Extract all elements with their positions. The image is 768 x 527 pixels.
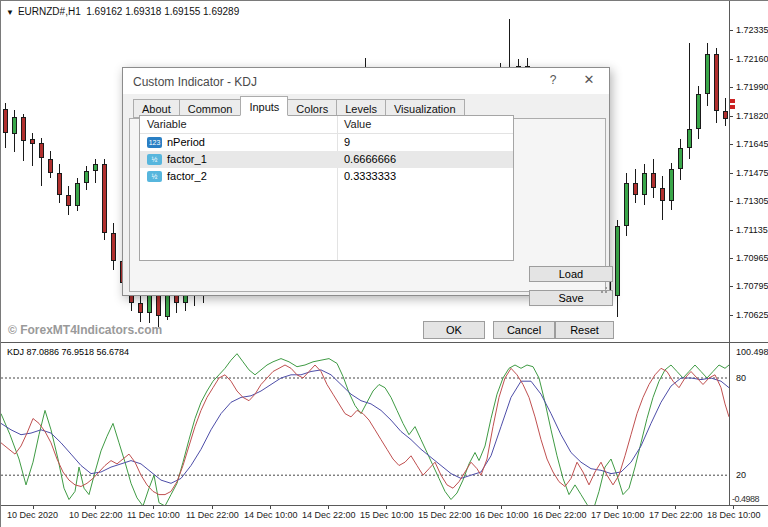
integer-type-icon: 123 [147, 137, 162, 148]
kdj-k-line [1, 354, 729, 505]
price-tick-mark [730, 173, 733, 174]
variable-value[interactable]: 9 [344, 134, 350, 151]
variable-value[interactable]: 0.6666666 [344, 151, 396, 168]
time-tick-label: 16 Dec 10:00 [475, 510, 529, 520]
time-tick-mark [559, 506, 560, 509]
candle-body [615, 226, 620, 296]
tab-inputs[interactable]: Inputs [240, 96, 288, 116]
price-tick-mark [730, 144, 733, 145]
price-marker [730, 105, 735, 109]
candle-body [678, 148, 683, 170]
candle-body [30, 139, 35, 143]
price-tick-label: 1.71135 [736, 225, 768, 235]
time-tick-label: 14 Dec 10:00 [244, 510, 298, 520]
kdj-indicator-panel[interactable] [1, 343, 729, 505]
kdj-indicator-chart [1, 343, 729, 505]
ohlc-values: 1.69162 1.69318 1.69155 1.69289 [86, 6, 239, 17]
price-tick-label: 1.71820 [736, 111, 768, 121]
cancel-button[interactable]: Cancel [493, 321, 555, 339]
price-tick-mark [730, 258, 733, 259]
candle-body [48, 159, 53, 172]
time-axis[interactable]: 10 Dec 202010 Dec 22:0011 Dec 10:0011 De… [1, 506, 768, 527]
candle-body [75, 183, 80, 206]
candle-body [705, 54, 710, 94]
price-marker [730, 99, 735, 103]
time-tick-label: 10 Dec 2020 [7, 510, 58, 520]
triangle-down-icon[interactable]: ▼ [6, 8, 14, 17]
candle-body [723, 111, 728, 119]
time-tick-mark [733, 506, 734, 509]
candle-body [138, 303, 143, 313]
custom-indicator-dialog: Custom Indicator - KDJ ? ✕ AboutCommonIn… [122, 67, 610, 296]
time-tick-label: 15 Dec 22:00 [418, 510, 472, 520]
candle-body [111, 233, 116, 261]
time-tick-mark [501, 506, 502, 509]
price-tick-mark [730, 201, 733, 202]
double-type-icon: ½ [147, 154, 162, 165]
candle-body [21, 117, 26, 141]
indicator-axis-label: 80 [736, 373, 746, 383]
ok-button[interactable]: OK [423, 321, 485, 339]
table-row-factor_1[interactable]: ½factor_10.6666666 [140, 151, 513, 168]
time-tick-mark [212, 506, 213, 509]
time-tick-label: 15 Dec 10:00 [360, 510, 414, 520]
price-tick-label: 1.72335 [736, 25, 768, 35]
indicator-axis-min: -0.4988 [732, 494, 759, 504]
price-tick-label: 1.70625 [736, 310, 768, 320]
candle-body [669, 169, 674, 201]
reset-button[interactable]: Reset [555, 321, 614, 339]
column-header-variable: Variable [147, 116, 187, 133]
kdj-d-line [1, 370, 729, 483]
price-tick-label: 1.71475 [736, 168, 768, 178]
price-tick-label: 1.70795 [736, 281, 768, 291]
price-tick-label: 1.71645 [736, 139, 768, 149]
candle-body [3, 109, 8, 132]
column-header-value: Value [344, 116, 371, 133]
dialog-titlebar[interactable]: Custom Indicator - KDJ ? ✕ [123, 68, 609, 94]
time-tick-label: 11 Dec 10:00 [127, 510, 180, 520]
resize-grip-icon[interactable] [599, 285, 607, 293]
double-type-icon: ½ [147, 171, 162, 182]
candle-body [633, 183, 638, 195]
price-tick-mark [730, 230, 733, 231]
price-tick-mark [730, 30, 733, 31]
time-tick-mark [386, 506, 387, 509]
table-row-nPeriod[interactable]: 123nPeriod9 [140, 134, 513, 151]
candle-body [624, 183, 629, 226]
time-tick-mark [95, 506, 96, 509]
help-icon[interactable]: ? [537, 68, 569, 92]
mt4-chart-window: ▼EURNZD#,H1 1.69162 1.69318 1.69155 1.69… [0, 0, 768, 527]
candle-body [39, 143, 44, 158]
load-button[interactable]: Load [529, 266, 613, 282]
parameters-table[interactable]: Variable Value 123nPeriod9½factor_10.666… [139, 115, 514, 261]
table-row-factor_2[interactable]: ½factor_20.3333333 [140, 168, 513, 185]
table-header-row: Variable Value [140, 116, 513, 134]
time-tick-label: 14 Dec 22:00 [302, 510, 356, 520]
time-tick-mark [444, 506, 445, 509]
candle-body [93, 164, 98, 171]
variable-name: nPeriod [167, 136, 205, 148]
candle-body [102, 164, 107, 232]
indicator-axis-label: 20 [736, 470, 746, 480]
price-tick-label: 1.72160 [736, 54, 768, 64]
candle-body [66, 195, 71, 207]
price-tick-mark [730, 87, 733, 88]
price-tick-label: 1.71305 [736, 196, 768, 206]
close-icon[interactable]: ✕ [573, 68, 605, 92]
time-tick-mark [33, 506, 34, 509]
kdj-values-label: KDJ 87.0886 76.9518 56.6784 [7, 347, 129, 357]
watermark: © ForexMT4Indicators.com [8, 323, 162, 337]
time-tick-label: 17 Dec 22:00 [649, 510, 703, 520]
price-axis[interactable]: 1.723351.721601.719901.718201.716451.714… [730, 1, 768, 506]
variable-value[interactable]: 0.3333333 [344, 168, 396, 185]
indicator-axis-label: 100.4988 [736, 347, 768, 357]
candle-body [642, 173, 647, 195]
price-tick-mark [730, 59, 733, 60]
price-tick-mark [730, 315, 733, 316]
candle-wick [95, 159, 96, 182]
candle-body [651, 173, 656, 188]
candle-body [12, 117, 17, 135]
dialog-title: Custom Indicator - KDJ [133, 75, 257, 89]
time-tick-mark [675, 506, 676, 509]
symbol-period-label: EURNZD#,H1 [18, 6, 81, 17]
